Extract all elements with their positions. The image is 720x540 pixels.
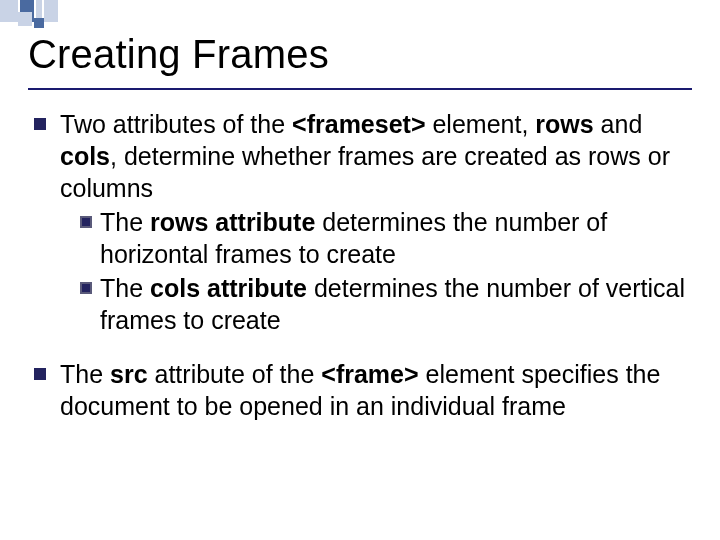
bullet-square-icon: [34, 368, 46, 380]
sub-bullet-2-text: The cols attribute determines the number…: [100, 272, 686, 336]
rows-keyword: rows: [535, 110, 593, 138]
text-run: attribute of the: [148, 360, 322, 388]
svg-rect-0: [0, 0, 18, 22]
svg-rect-4: [18, 12, 32, 26]
bullet-1: Two attributes of the <frameset> element…: [34, 108, 686, 336]
text-run: , determine whether frames are created a…: [60, 142, 670, 202]
bullet-1-text: Two attributes of the <frameset> element…: [60, 108, 686, 336]
bullet-square-icon: [34, 118, 46, 130]
title-underline: [28, 88, 692, 90]
svg-rect-5: [34, 18, 44, 28]
svg-rect-3: [44, 0, 58, 22]
src-keyword: src: [110, 360, 148, 388]
slide-body: Two attributes of the <frameset> element…: [34, 108, 686, 444]
text-run: element,: [426, 110, 536, 138]
frameset-tag: <frameset>: [292, 110, 425, 138]
text-run: The: [100, 208, 150, 236]
corner-decoration: [0, 0, 120, 30]
cols-attribute-keyword: cols attribute: [150, 274, 307, 302]
sub-bullet-2: The cols attribute determines the number…: [80, 272, 686, 336]
text-run: The: [60, 360, 110, 388]
text-run: and: [594, 110, 643, 138]
slide: Creating Frames Two attributes of the <f…: [0, 0, 720, 540]
bullet-hollow-square-icon: [80, 282, 92, 294]
slide-title: Creating Frames: [28, 32, 329, 77]
cols-keyword: cols: [60, 142, 110, 170]
bullet-hollow-square-icon: [80, 216, 92, 228]
sub-bullet-1-text: The rows attribute determines the number…: [100, 206, 686, 270]
sub-bullet-1: The rows attribute determines the number…: [80, 206, 686, 270]
rows-attribute-keyword: rows attribute: [150, 208, 315, 236]
sub-bullets: The rows attribute determines the number…: [60, 206, 686, 336]
bullet-2-text: The src attribute of the <frame> element…: [60, 358, 686, 422]
text-run: The: [100, 274, 150, 302]
frame-tag: <frame>: [321, 360, 418, 388]
bullet-2: The src attribute of the <frame> element…: [34, 358, 686, 422]
text-run: Two attributes of the: [60, 110, 292, 138]
